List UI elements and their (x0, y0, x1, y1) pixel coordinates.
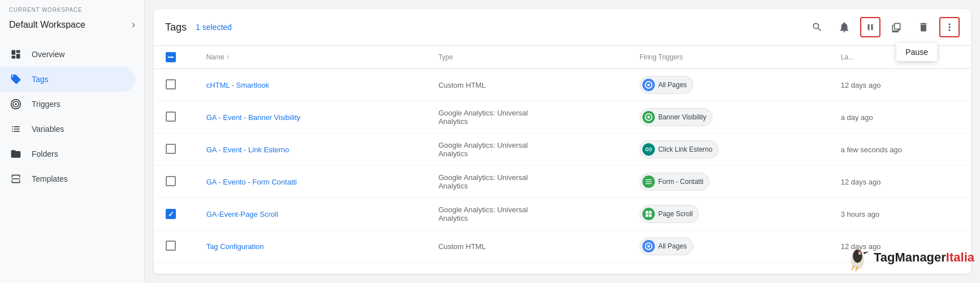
svg-point-4 (647, 84, 650, 87)
trigger-icon (642, 111, 655, 123)
svg-marker-17 (863, 251, 869, 254)
row-checkbox[interactable] (165, 208, 176, 220)
trigger-label: Form - Contatti (658, 178, 703, 186)
more-options-button[interactable] (939, 17, 960, 37)
workspace-section: CURRENT WORKSPACE Default Workspace › (0, 0, 144, 37)
variables-icon (9, 122, 23, 136)
tag-type: Google Analytics: Universal Analytics (429, 101, 631, 134)
search-button[interactable] (806, 16, 828, 38)
copy-button[interactable] (885, 16, 908, 38)
col-header-name: Name ↑ (197, 46, 430, 69)
sidebar-nav: Overview Tags Triggers Variables (0, 42, 144, 283)
trigger-icon (642, 208, 655, 220)
tag-name-link[interactable]: GA - Event - Banner Visibility (206, 113, 301, 122)
tag-last-modified: a day ago (832, 101, 971, 134)
woodpecker-logo (842, 243, 870, 272)
svg-point-13 (853, 250, 862, 263)
tags-icon (9, 72, 23, 86)
tag-name-link[interactable]: GA - Event - Link Esterno (206, 145, 290, 154)
trigger-icon (642, 175, 655, 188)
tag-name-link[interactable]: cHTML - Smartlook (206, 81, 269, 89)
trigger-label: All Pages (658, 81, 687, 89)
overview-icon (9, 48, 23, 61)
tag-last-modified: 3 hours ago (832, 198, 971, 230)
workspace-selector[interactable]: Default Workspace › (9, 16, 135, 33)
table-row: cHTML - SmartlookCustom HTMLAll Pages12 … (154, 69, 971, 101)
sidebar-item-tags-label: Tags (32, 75, 49, 84)
tag-triggers: All Pages (631, 230, 832, 263)
svg-rect-9 (646, 183, 652, 184)
sidebar-item-variables[interactable]: Variables (0, 117, 135, 142)
tag-triggers: All Pages (631, 69, 832, 101)
pause-tooltip: Pause (896, 43, 937, 61)
table-title: Tags (165, 22, 187, 33)
trigger-icon (642, 143, 655, 156)
triggers-icon (9, 97, 23, 111)
svg-rect-8 (646, 181, 652, 182)
trigger-label: Click Link Esterno (658, 145, 713, 153)
main-content: Tags 1 selected Pause (154, 9, 971, 274)
tag-last-modified: 12 days ago (832, 166, 971, 198)
col-header-type: Type (429, 46, 631, 69)
row-checkbox[interactable] (165, 111, 176, 122)
trigger-label: Page Scroll (658, 210, 693, 218)
sidebar-item-folders-label: Folders (32, 149, 58, 158)
tag-triggers: Form - Contatti (631, 166, 832, 198)
table-row: GA - Event - Banner VisibilityGoogle Ana… (154, 101, 971, 134)
sidebar: CURRENT WORKSPACE Default Workspace › Ov… (0, 0, 145, 283)
tag-type: Google Analytics: Universal Analytics (429, 166, 631, 198)
tag-name-link[interactable]: Tag Configuration (206, 242, 264, 251)
sidebar-item-overview[interactable]: Overview (0, 42, 135, 67)
sidebar-item-triggers-label: Triggers (32, 100, 61, 109)
watermark-brand: TagManagerItalia (874, 250, 974, 265)
sidebar-item-variables-label: Variables (32, 125, 64, 134)
selected-badge: 1 selected (196, 23, 232, 32)
pause-button[interactable] (860, 17, 880, 37)
svg-rect-7 (646, 179, 652, 180)
table-row: GA - Evento - Form ContattiGoogle Analyt… (154, 166, 971, 198)
pause-tooltip-text: Pause (905, 48, 928, 57)
sidebar-item-tags[interactable]: Tags (0, 67, 135, 92)
svg-point-11 (647, 245, 650, 248)
templates-icon (9, 172, 23, 186)
folders-icon (9, 147, 23, 161)
trigger-label: All Pages (658, 242, 687, 250)
tag-type: Custom HTML (429, 230, 631, 263)
table-toolbar: Tags 1 selected (154, 9, 971, 46)
tag-last-modified: a few seconds ago (832, 134, 971, 166)
tag-triggers: Banner Visibility (631, 101, 832, 134)
svg-point-6 (647, 116, 650, 119)
trigger-label: Banner Visibility (658, 113, 706, 121)
row-checkbox[interactable] (165, 240, 176, 251)
sidebar-item-triggers[interactable]: Triggers (0, 92, 135, 117)
sidebar-item-templates[interactable]: Templates (0, 166, 135, 191)
tag-triggers: Page Scroll (631, 198, 832, 230)
sidebar-item-folders[interactable]: Folders (0, 142, 135, 166)
row-checkbox[interactable] (165, 79, 176, 90)
workspace-label: CURRENT WORKSPACE (9, 7, 135, 13)
watermark: TagManagerItalia (842, 243, 974, 272)
tag-name-link[interactable]: GA - Evento - Form Contatti (206, 178, 297, 186)
select-all-checkbox[interactable] (165, 52, 176, 63)
svg-point-2 (15, 103, 16, 105)
row-checkbox[interactable] (165, 175, 176, 187)
row-checkbox[interactable] (165, 143, 176, 155)
svg-point-16 (860, 252, 861, 254)
tag-type: Custom HTML (429, 69, 631, 101)
chevron-right-icon: › (132, 19, 135, 31)
trigger-icon (642, 79, 655, 91)
tags-table: Name ↑ Type Firing Triggers La... cHTML … (154, 46, 971, 274)
col-header-firing: Firing Triggers (631, 46, 832, 69)
table-row: GA-Event-Page ScrollGoogle Analytics: Un… (154, 198, 971, 230)
sidebar-item-templates-label: Templates (32, 174, 68, 183)
delete-button[interactable] (912, 16, 935, 38)
tag-name-link[interactable]: GA-Event-Page Scroll (206, 210, 278, 218)
tag-last-modified: 12 days ago (832, 69, 971, 101)
tag-type: Google Analytics: Universal Analytics (429, 134, 631, 166)
workspace-name: Default Workspace (9, 20, 85, 30)
tag-type: Google Analytics: Universal Analytics (429, 198, 631, 230)
sidebar-item-overview-label: Overview (32, 50, 64, 59)
trigger-icon (642, 240, 655, 252)
filter-button[interactable] (833, 16, 856, 38)
table-row: GA - Event - Link EsternoGoogle Analytic… (154, 134, 971, 166)
